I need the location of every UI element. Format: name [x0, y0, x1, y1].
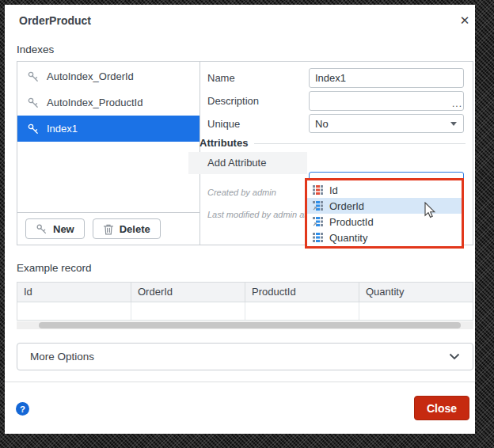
dialog-title: OrderProduct — [19, 14, 91, 27]
orderproduct-dialog: OrderProduct ✕ Indexes AutoIndex_OrderId… — [5, 5, 475, 434]
key-icon — [27, 97, 40, 109]
attribute-grid-reference-icon — [313, 201, 323, 211]
attribute-grid-red-icon — [313, 185, 323, 195]
key-icon — [27, 123, 40, 135]
new-button-label: New — [53, 223, 74, 235]
attribute-dropdown-popup: Id OrderId ProductId Quantity — [305, 178, 464, 249]
more-options-label: More Options — [30, 351, 94, 363]
screenshot-frame: OrderProduct ✕ Indexes AutoIndex_OrderId… — [0, 0, 494, 448]
key-icon — [36, 223, 48, 235]
chevron-down-icon — [450, 122, 457, 126]
dropdown-item-id[interactable]: Id — [307, 182, 462, 198]
list-item-label: Index1 — [47, 123, 78, 135]
window-close-icon[interactable]: ✕ — [456, 12, 473, 29]
table-header-row: Id OrderId ProductId Quantity — [17, 282, 473, 302]
index-list-pane: AutoIndex_OrderId AutoIndex_ProductId In… — [17, 62, 200, 245]
name-field[interactable] — [309, 68, 464, 88]
footer-divider — [5, 382, 475, 382]
dropdown-item-quantity[interactable]: Quantity — [307, 230, 462, 245]
delete-button-label: Delete — [120, 223, 150, 235]
help-button[interactable]: ? — [16, 402, 29, 416]
more-options-panel[interactable]: More Options — [17, 343, 473, 370]
list-button-row: New Delete — [17, 213, 200, 245]
name-label: Name — [207, 72, 235, 84]
column-header-quantity: Quantity — [359, 283, 473, 302]
list-item-label: AutoIndex_ProductId — [47, 97, 142, 108]
table-cell — [17, 302, 131, 320]
attribute-grid-reference-icon — [313, 217, 323, 226]
index-list[interactable]: AutoIndex_OrderId AutoIndex_ProductId In… — [17, 62, 200, 213]
example-record-heading: Example record — [17, 262, 92, 274]
trash-icon — [103, 223, 114, 235]
attribute-grid-blue-icon — [313, 233, 323, 242]
description-label: Description — [207, 95, 259, 107]
dropdown-item-label: Quantity — [329, 232, 367, 244]
key-icon — [27, 70, 40, 83]
table-cell — [359, 302, 473, 320]
horizontal-scrollbar[interactable] — [17, 321, 473, 329]
delete-index-button[interactable]: Delete — [93, 218, 161, 239]
list-item-autoindex-productid[interactable]: AutoIndex_ProductId — [17, 89, 200, 116]
description-field[interactable] — [309, 91, 464, 111]
add-attribute-label: Add Attribute — [207, 157, 266, 169]
unique-value: No — [315, 118, 329, 130]
chevron-down-icon — [449, 353, 460, 360]
close-button[interactable]: Close — [414, 396, 469, 420]
attributes-heading: Attributes — [200, 137, 248, 149]
description-ellipsis-button[interactable]: ... — [452, 98, 462, 109]
unique-label: Unique — [207, 118, 240, 130]
attributes-heading-row: Attributes — [200, 137, 466, 149]
heading-rule — [254, 143, 466, 144]
dropdown-item-label: ProductId — [329, 216, 374, 228]
created-by-text: Created by admin — [207, 188, 276, 197]
indexes-heading: Indexes — [17, 44, 54, 55]
list-item-index1[interactable]: Index1 — [17, 116, 200, 142]
dropdown-item-label: OrderId — [329, 200, 364, 212]
list-item-autoindex-orderid[interactable]: AutoIndex_OrderId — [17, 63, 200, 89]
table-cell — [131, 302, 245, 320]
column-header-id: Id — [17, 283, 131, 302]
example-record-table: Id OrderId ProductId Quantity — [17, 282, 473, 329]
column-header-productid: ProductId — [245, 283, 359, 302]
list-item-label: AutoIndex_OrderId — [47, 70, 134, 82]
table-cell — [245, 302, 359, 320]
dropdown-item-label: Id — [329, 184, 338, 196]
unique-select[interactable]: No — [309, 114, 464, 133]
column-header-orderid: OrderId — [131, 283, 245, 302]
mouse-cursor — [423, 202, 439, 219]
scrollbar-thumb[interactable] — [39, 322, 461, 328]
new-index-button[interactable]: New — [25, 218, 85, 239]
table-row — [17, 302, 473, 321]
